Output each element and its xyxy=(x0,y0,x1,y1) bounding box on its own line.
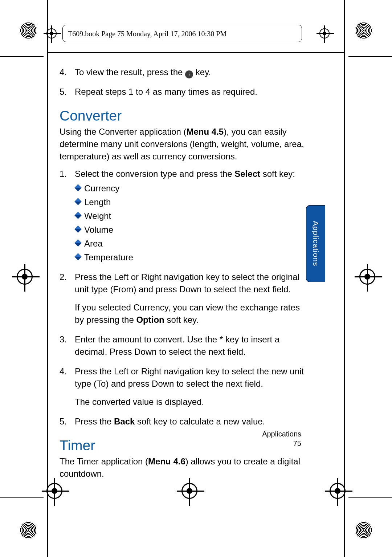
crop-rail-right xyxy=(344,0,345,557)
list-item: 2. Press the Left or Right navigation ke… xyxy=(60,271,306,326)
i-key-icon: i xyxy=(185,70,193,78)
bullet-list: Currency Length Weight Volume Area Tempe… xyxy=(75,182,306,264)
spiral-icon xyxy=(355,521,372,539)
bullet-item: Weight xyxy=(75,210,306,222)
crop-rule xyxy=(348,497,392,498)
footer-section: Applications xyxy=(243,429,301,439)
list-item: 4. Press the Left or Right navigation ke… xyxy=(60,365,306,408)
registration-mark-icon xyxy=(319,28,330,38)
text: Repeat steps 1 to 4 as many times as req… xyxy=(75,87,257,97)
menu-ref: Menu 4.5 xyxy=(187,127,224,137)
tab-label: Applications xyxy=(312,221,320,266)
page-footer: Applications 75 xyxy=(243,429,301,448)
crop-rule xyxy=(0,497,44,498)
registration-mark-icon xyxy=(330,483,346,499)
text: To view the result, press the xyxy=(75,67,185,77)
header-rule xyxy=(47,52,345,53)
list-item: 5. Press the Back soft key to calculate … xyxy=(60,415,306,428)
registration-mark-icon xyxy=(46,483,62,499)
spiral-icon xyxy=(20,521,37,539)
item-number: 4. xyxy=(60,66,67,78)
running-header: T609.book Page 75 Monday, April 17, 2006… xyxy=(62,25,302,42)
registration-mark-icon xyxy=(17,269,33,285)
item-number: 5. xyxy=(60,415,67,428)
registration-mark-icon xyxy=(46,28,57,38)
bullet-item: Area xyxy=(75,237,306,250)
crop-rule xyxy=(348,56,392,57)
bullet-item: Temperature xyxy=(75,251,306,264)
paragraph: If you selected Currency, you can view t… xyxy=(75,301,306,326)
item-number: 2. xyxy=(60,271,67,283)
section-tab: Applications xyxy=(306,205,325,282)
page-body: 4. To view the result, press the i key. … xyxy=(60,66,306,485)
list-item: 5. Repeat steps 1 to 4 as many times as … xyxy=(60,86,306,98)
paragraph: Using the Converter application (Menu 4.… xyxy=(60,126,306,163)
item-number: 5. xyxy=(60,86,67,98)
item-number: 4. xyxy=(60,365,67,378)
text: key. xyxy=(196,67,211,77)
crop-rule xyxy=(0,56,44,57)
item-number: 1. xyxy=(60,168,67,180)
bullet-item: Currency xyxy=(75,182,306,195)
menu-ref: Menu 4.6 xyxy=(148,456,185,466)
list-item: 3. Enter the amount to convert. Use the … xyxy=(60,333,306,358)
bullet-item: Length xyxy=(75,196,306,208)
header-text: T609.book Page 75 Monday, April 17, 2006… xyxy=(68,30,226,38)
numbered-list: 4. To view the result, press the i key. … xyxy=(60,66,306,98)
registration-mark-icon xyxy=(181,483,197,499)
registration-mark-icon xyxy=(359,269,375,285)
numbered-list: 1. Select the conversion type and press … xyxy=(60,168,306,428)
list-item: 1. Select the conversion type and press … xyxy=(60,168,306,264)
footer-page-number: 75 xyxy=(243,439,301,448)
paragraph: The Timer application (Menu 4.6) allows … xyxy=(60,455,306,480)
section-heading: Converter xyxy=(60,110,306,122)
list-item: 4. To view the result, press the i key. xyxy=(60,66,306,78)
spiral-icon xyxy=(20,22,37,39)
crop-rail-left xyxy=(47,0,48,557)
paragraph: The converted value is displayed. xyxy=(75,396,306,408)
bullet-item: Volume xyxy=(75,224,306,236)
spiral-icon xyxy=(355,22,372,39)
item-number: 3. xyxy=(60,333,67,346)
